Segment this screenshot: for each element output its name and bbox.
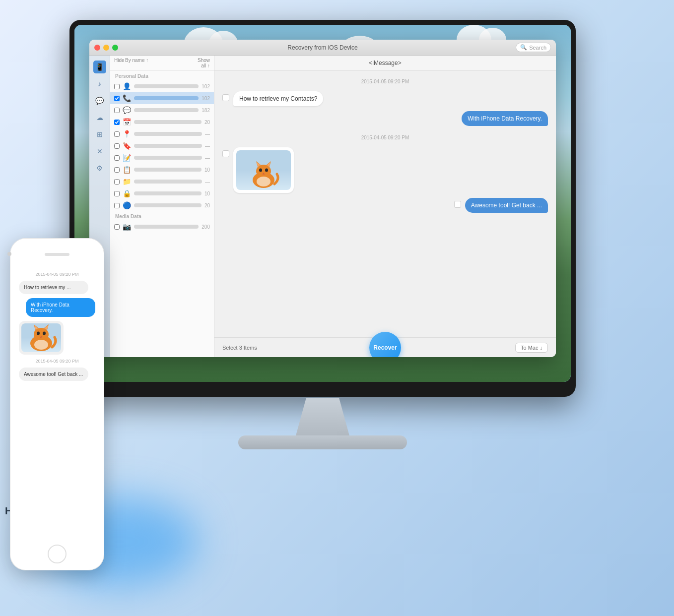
file-checkbox[interactable] xyxy=(114,224,120,230)
file-name-bar xyxy=(134,108,199,112)
iphone-timestamp-2: 2015-04-05 09:20 PM xyxy=(19,359,95,364)
file-row[interactable]: 💬 182 xyxy=(110,104,214,116)
msg-row-2: With iPhone Data Recovery. xyxy=(222,111,548,126)
file-panel: Hide By name ↑ Show all ↑ Personal Data … xyxy=(110,56,214,357)
select-items-label: Select 3 Items xyxy=(222,345,257,351)
msg-timestamp-1: 2015-04-05 09:20 PM xyxy=(222,75,548,86)
cat-image xyxy=(236,150,291,190)
file-count: 10 xyxy=(204,191,210,196)
file-name-bar xyxy=(134,132,202,136)
minimize-button[interactable] xyxy=(103,45,109,51)
msg-checkbox-3[interactable] xyxy=(454,201,461,208)
iphone-screen: 2015-04-05 09:20 PM How to retrieve my .… xyxy=(15,268,99,536)
iphone-timestamp-1: 2015-04-05 09:20 PM xyxy=(19,272,95,277)
file-checkbox[interactable] xyxy=(114,108,120,113)
file-name-bar xyxy=(134,180,202,184)
file-row[interactable]: 🔵 20 xyxy=(110,199,214,211)
app-body: 📱 ♪ 💬 ☁ ⊞ ✕ ⚙ Hide By name ↑ Show all xyxy=(89,56,556,357)
search-bar[interactable]: 🔍 Search xyxy=(516,43,551,52)
msg-checkbox-img[interactable] xyxy=(222,150,229,157)
col-name-label[interactable]: By name ↑ xyxy=(125,58,190,68)
svg-point-1 xyxy=(256,165,271,178)
bookmark-icon: 🔖 xyxy=(123,142,131,150)
sidebar-icon-tools[interactable]: ✕ xyxy=(93,145,106,158)
file-row[interactable]: 📞 102 xyxy=(110,92,214,104)
file-row[interactable]: 📁 — xyxy=(110,176,214,187)
imac-device: Recovery from iOS Device 🔍 Search 📱 ♪ 💬 … xyxy=(69,20,615,476)
file-name-bar xyxy=(134,203,202,207)
camera-icon: 📷 xyxy=(123,223,131,231)
file-count: 20 xyxy=(204,120,210,125)
file-name-bar xyxy=(134,191,202,195)
file-count: — xyxy=(205,155,210,161)
file-row[interactable]: 🔖 — xyxy=(110,140,214,152)
maximize-button[interactable] xyxy=(112,45,118,51)
file-row[interactable]: 📍 — xyxy=(110,128,214,140)
file-row[interactable]: 📷 200 xyxy=(110,221,214,233)
file-row[interactable]: 📅 20 xyxy=(110,116,214,128)
file-checkbox[interactable] xyxy=(114,191,120,196)
svg-point-7 xyxy=(265,169,268,172)
msg-row-3: Awesome tool! Get back ... xyxy=(222,198,548,213)
close-button[interactable] xyxy=(94,45,100,51)
svg-point-9 xyxy=(257,177,270,186)
column-headers: Hide By name ↑ Show all ↑ xyxy=(110,56,214,71)
file-checkbox[interactable] xyxy=(114,203,120,208)
file-row[interactable]: 📋 10 xyxy=(110,164,214,176)
file-checkbox[interactable] xyxy=(114,131,120,137)
window-title: Recovery from iOS Device xyxy=(287,44,357,51)
to-mac-button[interactable]: To Mac ↓ xyxy=(515,343,548,353)
msg-img-bubble xyxy=(233,147,294,193)
sidebar-icon-music[interactable]: ♪ xyxy=(93,77,106,90)
file-name-bar xyxy=(134,144,202,148)
location-icon: 📍 xyxy=(123,130,131,138)
file-checkbox[interactable] xyxy=(114,179,120,185)
msg-bubble-1: How to retrieve my Contacts? xyxy=(233,91,323,106)
file-count: 102 xyxy=(202,96,210,101)
svg-point-19 xyxy=(34,340,48,350)
file-count: 20 xyxy=(204,203,210,208)
iphone-home-button[interactable] xyxy=(48,545,67,563)
file-checkbox[interactable] xyxy=(114,167,120,173)
titlebar: Recovery from iOS Device 🔍 Search xyxy=(89,40,556,56)
msg-checkbox-1[interactable] xyxy=(222,94,229,101)
app-window: Recovery from iOS Device 🔍 Search 📱 ♪ 💬 … xyxy=(89,40,556,357)
iphone-cat-image xyxy=(21,323,61,352)
sidebar-icon-settings[interactable]: ⚙ xyxy=(93,162,106,175)
sidebar-icon-apps[interactable]: ⊞ xyxy=(93,128,106,141)
sidebar-icon-messages[interactable]: 💬 xyxy=(93,94,106,107)
file-name-bar xyxy=(134,84,199,88)
svg-point-17 xyxy=(43,332,46,335)
svg-point-6 xyxy=(259,169,262,172)
file-checkbox[interactable] xyxy=(114,143,120,149)
msg-bubble-2: With iPhone Data Recovery. xyxy=(462,111,548,126)
iphone-msg-4: Awesome tool! Get back ... xyxy=(19,368,88,381)
svg-point-11 xyxy=(34,328,49,341)
col-show-label[interactable]: Show all ↑ xyxy=(193,58,210,68)
file-row[interactable]: 🔒 10 xyxy=(110,187,214,199)
file-checkbox[interactable] xyxy=(114,84,120,89)
imac-screen-border: Recovery from iOS Device 🔍 Search 📱 ♪ 💬 … xyxy=(69,20,576,397)
file-count: 200 xyxy=(202,224,210,230)
msg-row-1: How to retrieve my Contacts? xyxy=(222,91,548,106)
file-checkbox[interactable] xyxy=(114,155,120,161)
iphone-cat-svg xyxy=(21,323,61,351)
file-checkbox[interactable] xyxy=(114,96,120,101)
msg-timestamp-2: 2015-04-05 09:20 PM xyxy=(222,131,548,142)
file-count: 182 xyxy=(202,108,210,113)
col-hide-label: Hide xyxy=(114,58,122,68)
iphone-img-bubble xyxy=(19,321,64,355)
msg-bubble-3: Awesome tool! Get back ... xyxy=(465,198,548,213)
notes-icon: 📝 xyxy=(123,154,131,162)
file-row[interactable]: 📝 — xyxy=(110,152,214,164)
file-name-bar xyxy=(134,225,199,229)
list-icon: 📋 xyxy=(123,166,131,174)
sidebar-icon-phone[interactable]: 📱 xyxy=(93,61,106,73)
file-row[interactable]: 👤 102 xyxy=(110,80,214,92)
search-placeholder: Search xyxy=(529,45,546,51)
contact-icon: 👤 xyxy=(123,82,131,90)
file-count: 102 xyxy=(202,84,210,89)
imac-screen: Recovery from iOS Device 🔍 Search 📱 ♪ 💬 … xyxy=(74,25,571,382)
sidebar-icon-cloud[interactable]: ☁ xyxy=(93,111,106,124)
file-checkbox[interactable] xyxy=(114,120,120,125)
